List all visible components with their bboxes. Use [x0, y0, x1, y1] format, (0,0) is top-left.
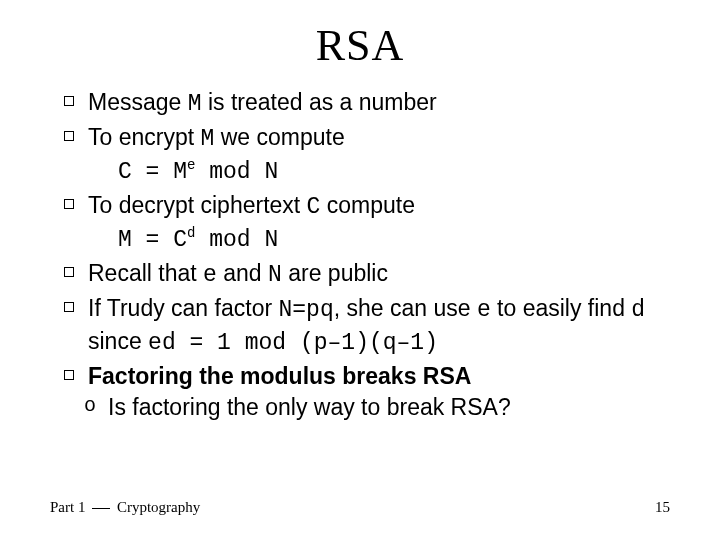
text: to easily find — [491, 295, 632, 321]
slide-footer: Part 1 Cryptography 15 — [50, 499, 670, 516]
var-e: e — [203, 262, 217, 288]
sub-bullet-question: Is factoring the only way to break RSA? — [84, 394, 670, 421]
footer-left: Part 1 Cryptography — [50, 499, 200, 516]
var-m: M — [201, 126, 215, 152]
eq-text: mod N — [195, 227, 278, 253]
slide: RSA Message M is treated as a number To … — [0, 0, 720, 540]
var-d: d — [631, 297, 645, 323]
bullet-decrypt: To decrypt ciphertext C compute M = Cd m… — [60, 190, 670, 256]
bullet-list: Message M is treated as a number To encr… — [50, 87, 670, 392]
text: Is factoring the only way to break RSA? — [108, 394, 511, 420]
text: Message — [88, 89, 188, 115]
text: is treated as a number — [202, 89, 437, 115]
text: , she can use — [334, 295, 477, 321]
bullet-factor-trudy: If Trudy can factor N=pq, she can use e … — [60, 293, 670, 359]
var-m: M — [188, 91, 202, 117]
text: since — [88, 328, 148, 354]
eq-text: M = C — [118, 227, 187, 253]
em-dash-icon — [92, 508, 110, 509]
decrypt-equation: M = Cd mod N — [88, 223, 670, 256]
eq-npq: N=pq — [278, 297, 333, 323]
bullet-factoring-breaks: Factoring the modulus breaks RSA — [60, 361, 670, 392]
bullet-encrypt: To encrypt M we compute C = Me mod N — [60, 122, 670, 188]
text: If Trudy can factor — [88, 295, 278, 321]
text: Recall that — [88, 260, 203, 286]
eq-text: C = M — [118, 159, 187, 185]
var-e: e — [477, 297, 491, 323]
text: To encrypt — [88, 124, 201, 150]
eq-text: mod N — [195, 159, 278, 185]
text: are public — [282, 260, 388, 286]
text: To decrypt ciphertext — [88, 192, 307, 218]
page-number: 15 — [655, 499, 670, 516]
footer-part: Part 1 — [50, 499, 89, 515]
text: compute — [320, 192, 415, 218]
var-n: N — [268, 262, 282, 288]
text: we compute — [214, 124, 344, 150]
bullet-recall-public: Recall that e and N are public — [60, 258, 670, 291]
eq-ed: ed = 1 mod (p–1)(q–1) — [148, 330, 438, 356]
bold-text: Factoring the modulus breaks RSA — [88, 363, 471, 389]
slide-title: RSA — [50, 20, 670, 71]
sub-bullet-list: Is factoring the only way to break RSA? — [50, 394, 670, 421]
bullet-message-number: Message M is treated as a number — [60, 87, 670, 120]
var-c: C — [307, 194, 321, 220]
text: and — [217, 260, 268, 286]
footer-topic: Cryptography — [113, 499, 200, 515]
encrypt-equation: C = Me mod N — [88, 155, 670, 188]
